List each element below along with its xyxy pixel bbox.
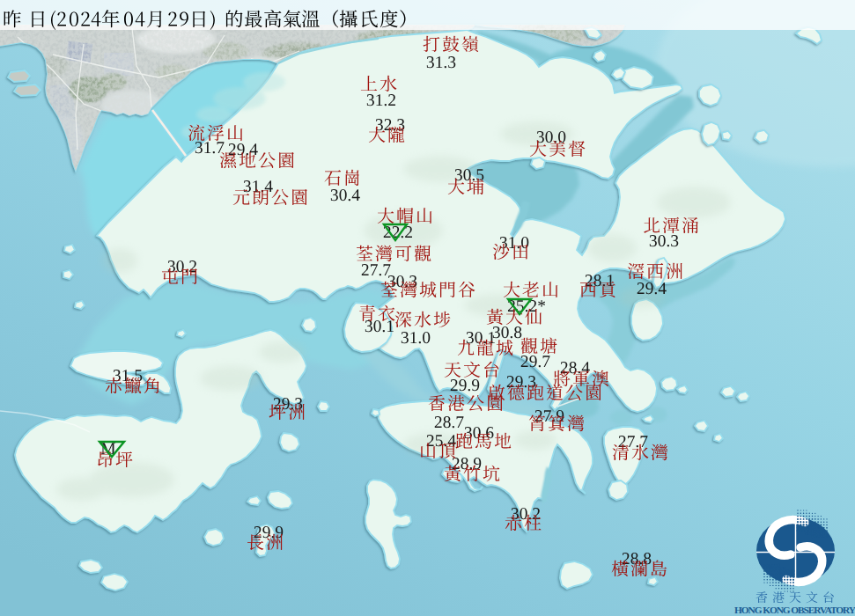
svg-text:HONG KONG OBSERVATORY: HONG KONG OBSERVATORY xyxy=(734,605,855,615)
